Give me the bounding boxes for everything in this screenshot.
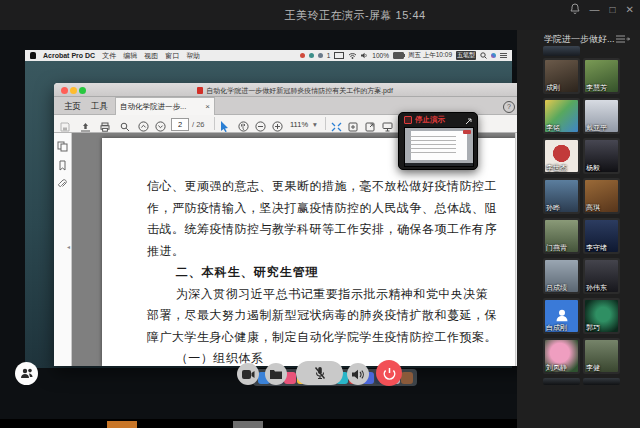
participant-tile[interactable]: 刘凤静 xyxy=(543,338,580,374)
people-icon xyxy=(20,368,34,379)
share-preview-thumbnail xyxy=(404,127,474,167)
minimize-button[interactable]: — xyxy=(590,4,600,16)
zoom-level-value[interactable]: 111% xyxy=(290,120,308,129)
maximize-button[interactable]: □ xyxy=(610,4,616,16)
wifi-icon[interactable] xyxy=(348,52,357,60)
participant-tile[interactable]: 孙晔 xyxy=(543,178,580,214)
menu-help[interactable]: 帮助 xyxy=(186,51,200,61)
participant-tile[interactable]: 戴亚平 xyxy=(583,98,620,134)
collapse-pane-handle[interactable]: ◂ xyxy=(67,243,70,250)
cloud-status-icon[interactable] xyxy=(318,53,323,58)
end-meeting-button[interactable] xyxy=(376,360,402,386)
battery-percent: 100% xyxy=(372,52,389,59)
participant-tile[interactable]: 门燕青 xyxy=(543,218,580,254)
menu-view[interactable]: 视图 xyxy=(144,51,158,61)
navigation-pane: ◂ xyxy=(54,133,72,366)
pdf-line: 推进。 xyxy=(147,241,505,263)
mic-muted-icon xyxy=(313,366,327,380)
participant-name: 孙伟东 xyxy=(586,283,607,293)
page-thumbnails-icon[interactable] xyxy=(57,141,68,152)
menu-bar-clock[interactable]: 周五 上午10:09 xyxy=(408,51,452,60)
menu-file[interactable]: 文件 xyxy=(102,51,116,61)
taskbar-item-orange xyxy=(107,421,137,428)
participant-tile[interactable]: 李慧芳 xyxy=(583,58,620,94)
active-app-name[interactable]: Acrobat Pro DC xyxy=(43,52,95,59)
participant-tile[interactable]: 成刚 xyxy=(543,58,580,94)
status-app-icon[interactable] xyxy=(309,53,314,58)
status-count: 1 xyxy=(327,52,331,59)
participant-tile[interactable]: 李健 xyxy=(583,338,620,374)
page-count-label: / 26 xyxy=(192,120,205,129)
spotlight-search-icon[interactable] xyxy=(480,52,487,60)
camera-button[interactable] xyxy=(237,363,259,385)
control-center-icon[interactable] xyxy=(500,52,507,60)
sidebar-header: 学院进一步做好... xyxy=(517,32,640,46)
participants-button[interactable] xyxy=(15,362,38,385)
apple-icon[interactable] xyxy=(30,52,36,59)
participant-name: 孙晔 xyxy=(546,203,560,213)
participant-name: 李慧芳 xyxy=(586,83,607,93)
shared-macos-desktop: Acrobat Pro DC 文件 编辑 视图 窗口 帮助 1 100% 周五 … xyxy=(25,50,512,368)
participant-name: 戴亚平 xyxy=(586,123,607,133)
microphone-button[interactable] xyxy=(296,361,343,385)
status-app-icon[interactable] xyxy=(300,53,305,58)
pdf-line: 作，严防疫情输入，坚决打赢疫情防控的人民战争、总体战、阻 xyxy=(147,198,505,220)
folder-icon xyxy=(270,369,282,379)
page-number-input[interactable]: 2 xyxy=(171,118,189,131)
tab-open-document[interactable]: 自动化学院进一步... × xyxy=(115,97,215,115)
input-method-badge[interactable]: 五笔型 xyxy=(456,51,476,60)
participant-name: 郭巧 xyxy=(586,323,600,333)
layout-toggle-icon[interactable] xyxy=(616,35,630,44)
document-title: 自动化学院进一步做好新冠肺炎疫情防控有关工作的方案.pdf xyxy=(54,86,536,96)
participant-tile[interactable]: 李铭 xyxy=(543,98,580,134)
presenting-status-title: 王美玲正在演示-屏幕 15:44 xyxy=(0,8,640,23)
participant-tile[interactable]: 杨毅 xyxy=(583,138,620,174)
notification-bell-icon[interactable] xyxy=(570,3,580,17)
display-mirroring-icon[interactable] xyxy=(334,52,344,59)
power-icon xyxy=(383,367,396,380)
participant-tile[interactable]: 李守绪 xyxy=(583,218,620,254)
menu-window[interactable]: 窗口 xyxy=(165,51,179,61)
battery-icon xyxy=(393,52,404,59)
macos-menu-bar: Acrobat Pro DC 文件 编辑 视图 窗口 帮助 1 100% 周五 … xyxy=(25,50,512,61)
participant-tile[interactable]: 白成刚 xyxy=(543,298,580,334)
participant-name: 李守绪 xyxy=(586,243,607,253)
help-icon[interactable]: ? xyxy=(503,101,515,113)
close-tab-icon[interactable]: × xyxy=(205,102,210,111)
participant-tile[interactable]: 吕成绩 xyxy=(543,258,580,294)
window-controls: — □ ✕ xyxy=(570,3,634,17)
meeting-top-bar: 王美玲正在演示-屏幕 15:44 — □ ✕ xyxy=(0,0,640,30)
share-content-button[interactable] xyxy=(265,363,287,385)
participant-tile[interactable]: 高琪 xyxy=(583,178,620,214)
participant-name: 杨毅 xyxy=(586,163,600,173)
menu-edit[interactable]: 编辑 xyxy=(123,51,137,61)
speaker-icon xyxy=(352,369,365,380)
close-button[interactable]: ✕ xyxy=(626,4,634,16)
participant-tile[interactable]: 郭巧 xyxy=(583,298,620,334)
siri-icon[interactable] xyxy=(491,53,496,58)
dock-trash-icon[interactable] xyxy=(401,372,413,384)
participant-tile-partial[interactable] xyxy=(583,378,620,385)
expand-widget-icon[interactable] xyxy=(465,111,472,129)
participant-tile-partial[interactable] xyxy=(543,46,580,56)
acrobat-title-bar: 自动化学院进一步做好新冠肺炎疫情防控有关工作的方案.pdf xyxy=(54,83,536,97)
participant-tile-partial[interactable] xyxy=(543,378,580,385)
pdf-line: 信心、更顽强的意志、更果断的措施，毫不放松做好疫情防控工 xyxy=(147,176,505,198)
participant-tile[interactable]: 孙伟东 xyxy=(583,258,620,294)
volume-icon[interactable] xyxy=(361,52,368,60)
zoom-caret-icon[interactable]: ▾ xyxy=(313,120,317,129)
video-icon xyxy=(242,370,255,379)
screen-share-widget: 停止演示 xyxy=(398,112,478,170)
participant-tile[interactable]: 李世杰 xyxy=(543,138,580,174)
tab-home[interactable]: 主页 xyxy=(60,100,85,115)
taskbar-item-gray xyxy=(233,421,263,428)
participant-name: 吕成绩 xyxy=(546,283,567,293)
participant-name: 李世杰 xyxy=(546,163,567,173)
bookmarks-icon[interactable] xyxy=(57,160,68,171)
participant-name: 刘凤静 xyxy=(546,363,567,373)
participant-name: 李健 xyxy=(586,363,600,373)
speaker-button[interactable] xyxy=(347,363,369,385)
tab-tools[interactable]: 工具 xyxy=(87,100,112,115)
attachments-icon[interactable] xyxy=(57,179,68,190)
stop-presenting-button[interactable]: 停止演示 xyxy=(415,115,445,125)
